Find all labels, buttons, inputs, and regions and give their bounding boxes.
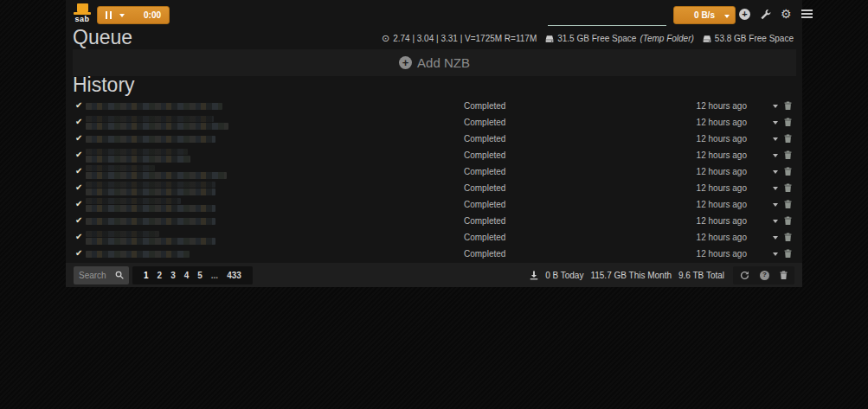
history-item-name-redacted: [86, 230, 215, 246]
completed-check-icon: ✔: [75, 199, 82, 209]
page-number[interactable]: 4: [180, 271, 194, 280]
row-actions-caret-icon[interactable]: [773, 121, 778, 125]
completed-check-icon: ✔: [75, 117, 82, 127]
add-nzb-label: Add NZB: [417, 55, 470, 70]
row-delete-trash-icon[interactable]: [784, 249, 792, 259]
completed-check-icon: ✔: [75, 166, 82, 176]
settings-gear-icon[interactable]: ⚙: [781, 8, 792, 20]
hdd-icon: [703, 35, 711, 43]
history-age: 12 hours ago: [697, 134, 747, 144]
pause-button-group[interactable]: 0:00: [97, 6, 170, 24]
history-item-name-redacted: [86, 102, 222, 111]
temp-folder-note: (Temp Folder): [640, 34, 693, 43]
row-actions-caret-icon[interactable]: [773, 252, 778, 256]
sabnzbd-logo[interactable]: sab: [73, 3, 92, 28]
history-status: Completed: [464, 134, 505, 144]
add-nzb-url-input[interactable]: [548, 9, 666, 26]
row-delete-trash-icon[interactable]: [784, 118, 792, 127]
queue-section-title: Queue: [66, 26, 132, 49]
history-row: ✔ Completed 12 hours ago: [73, 213, 796, 229]
history-row: ✔ Completed 12 hours ago: [73, 229, 796, 246]
speed-limit-button[interactable]: 0 B/s: [673, 6, 736, 24]
redacted-name-line: [86, 251, 190, 258]
history-row: ✔ Completed 12 hours ago: [73, 131, 796, 147]
row-actions-caret-icon[interactable]: [773, 170, 778, 174]
history-search-box: [74, 266, 129, 284]
downloaded-this-month: 115.7 GB This Month: [590, 271, 672, 280]
history-item-name-redacted: [86, 148, 190, 163]
history-list: ✔ Completed 12 hours ago ✔ Completed 12 …: [73, 98, 796, 262]
page-number[interactable]: 5: [193, 271, 207, 280]
sabnzbd-app: sab 0:00 0 B/s + ⚙ Queue ⊙ 2.74 | 3.04 |…: [66, 0, 802, 287]
speed-dropdown-caret-icon[interactable]: [724, 15, 730, 18]
history-age: 12 hours ago: [697, 101, 747, 111]
history-item-name-redacted: [86, 250, 190, 259]
hdd-icon: [545, 35, 554, 43]
download-icon: [530, 271, 538, 280]
row-actions-caret-icon[interactable]: [773, 220, 778, 223]
load-stats-group: ⊙ 2.74 | 3.04 | 3.31 | V=1725M R=117M: [382, 34, 537, 43]
history-status: Completed: [464, 200, 505, 209]
completed-check-icon: ✔: [75, 100, 82, 111]
redacted-name-line: [86, 182, 215, 188]
add-nzb-icon[interactable]: +: [739, 9, 750, 20]
page-number[interactable]: 433: [222, 271, 246, 280]
row-delete-trash-icon[interactable]: [784, 216, 792, 226]
purge-history-trash-icon[interactable]: [780, 271, 788, 280]
history-row: ✔ Completed 12 hours ago: [73, 147, 796, 163]
redacted-name-line: [86, 123, 228, 130]
row-delete-trash-icon[interactable]: [784, 183, 792, 193]
page-number[interactable]: ...: [207, 271, 222, 280]
row-actions-caret-icon[interactable]: [773, 187, 778, 190]
redacted-name-line: [86, 218, 215, 225]
logo-hat-icon: [77, 3, 88, 12]
pause-dropdown-caret-icon[interactable]: [119, 14, 125, 17]
row-delete-trash-icon[interactable]: [784, 167, 792, 176]
history-status: Completed: [464, 216, 505, 226]
temp-free-space-value: 31.5 GB Free Space: [557, 34, 636, 43]
completed-check-icon: ✔: [75, 248, 82, 259]
row-delete-trash-icon[interactable]: [784, 200, 792, 209]
row-actions-caret-icon[interactable]: [773, 154, 778, 157]
row-delete-trash-icon[interactable]: [784, 233, 792, 242]
history-status: Completed: [464, 167, 505, 176]
row-delete-trash-icon[interactable]: [784, 101, 792, 111]
history-status: Completed: [464, 233, 505, 242]
completed-check-icon: ✔: [75, 182, 82, 193]
search-icon[interactable]: [115, 271, 124, 279]
add-nzb-dropzone[interactable]: + Add NZB: [73, 49, 796, 76]
history-row: ✔ Completed 12 hours ago: [73, 196, 796, 213]
history-status: Completed: [464, 249, 505, 259]
hamburger-menu-icon[interactable]: [801, 13, 813, 15]
history-status: Completed: [464, 101, 505, 111]
row-delete-trash-icon[interactable]: [784, 134, 792, 144]
page-number[interactable]: 3: [166, 271, 180, 280]
completed-check-icon: ✔: [75, 150, 82, 160]
refresh-icon[interactable]: [740, 271, 749, 280]
row-delete-trash-icon[interactable]: [784, 150, 792, 160]
history-item-name-redacted: [86, 181, 215, 196]
row-actions-caret-icon[interactable]: [773, 105, 778, 108]
pause-icon[interactable]: [106, 11, 112, 19]
system-load-value: 2.74 | 3.04 | 3.31 | V=1725M R=117M: [393, 34, 537, 43]
wrench-icon[interactable]: [760, 9, 771, 20]
help-icon[interactable]: ?: [760, 271, 769, 280]
row-actions-caret-icon[interactable]: [773, 203, 778, 207]
gauge-icon: ⊙: [382, 34, 389, 43]
history-search-input[interactable]: [79, 271, 115, 280]
redacted-name-line: [86, 116, 214, 122]
history-item-name-redacted: [86, 135, 215, 144]
history-item-name-redacted: [86, 164, 227, 180]
completed-check-icon: ✔: [75, 232, 82, 242]
page-number[interactable]: 1: [139, 271, 153, 280]
row-actions-caret-icon[interactable]: [773, 236, 778, 240]
page-number[interactable]: 2: [153, 271, 167, 280]
redacted-name-line: [86, 231, 159, 237]
add-nzb-plus-icon: +: [399, 56, 412, 69]
history-age: 12 hours ago: [697, 167, 747, 176]
history-row: ✔ Completed 12 hours ago: [73, 163, 796, 180]
row-actions-caret-icon[interactable]: [773, 137, 778, 141]
history-footer-actions: ?: [733, 266, 794, 284]
pause-timer: 0:00: [144, 10, 161, 20]
logo-text: sab: [73, 15, 92, 23]
